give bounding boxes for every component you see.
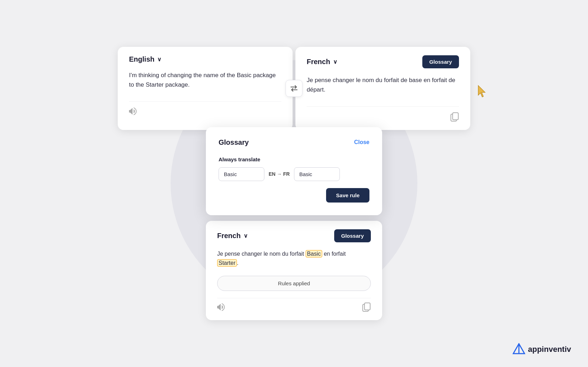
bottom-lang-label: French — [217, 232, 241, 240]
english-card-footer — [129, 101, 281, 115]
highlight-basic: Basic — [306, 250, 322, 257]
bottom-card-footer — [217, 298, 371, 312]
bottom-chevron-icon: ∨ — [244, 232, 248, 239]
english-card: English ∨ I'm thinking of changing the n… — [118, 47, 293, 130]
main-container: English ∨ I'm thinking of changing the n… — [118, 47, 470, 320]
rule-input-from[interactable] — [219, 167, 264, 181]
english-chevron-icon: ∨ — [157, 56, 161, 63]
text-suffix: . — [237, 260, 238, 266]
translate-rule-row: EN → FR — [219, 167, 369, 181]
modal-header: Glossary Close — [219, 138, 369, 147]
rule-arrow-label: EN → FR — [269, 171, 290, 177]
bottom-card-text: Je pense changer le nom du forfait Basic… — [217, 249, 371, 267]
french-card-footer — [307, 106, 459, 122]
english-lang-label: English — [129, 55, 154, 63]
save-rule-button[interactable]: Save rule — [326, 188, 369, 203]
modal-title: Glossary — [219, 138, 249, 147]
always-translate-label: Always translate — [219, 156, 369, 162]
french-card-text: Je pense changer le nom du forfait de ba… — [307, 75, 459, 97]
rules-applied-button[interactable]: Rules applied — [217, 276, 371, 291]
highlight-starter: Starter — [217, 259, 237, 267]
english-card-header: English ∨ — [129, 55, 281, 63]
rule-input-to[interactable] — [294, 167, 340, 181]
english-sound-icon[interactable] — [129, 107, 138, 115]
english-lang-selector[interactable]: English ∨ — [129, 55, 161, 63]
text-prefix: Je pense changer le nom du forfait — [217, 251, 306, 257]
french-chevron-icon: ∨ — [333, 58, 337, 65]
close-button[interactable]: Close — [354, 139, 369, 145]
french-lang-label: French — [307, 58, 330, 66]
bottom-french-card: French ∨ Glossary Je pense changer le no… — [206, 221, 382, 320]
glossary-button-bottom[interactable]: Glossary — [334, 229, 371, 242]
french-lang-selector[interactable]: French ∨ — [307, 58, 337, 66]
appinventiv-logo: appinventiv — [513, 343, 571, 356]
text-middle: en forfait — [322, 251, 346, 257]
svg-marker-0 — [478, 86, 485, 97]
copy-icon-top[interactable] — [451, 112, 459, 122]
glossary-button-top[interactable]: Glossary — [422, 55, 459, 68]
english-card-text: I'm thinking of changing the name of the… — [129, 70, 281, 92]
svg-rect-2 — [453, 113, 458, 120]
top-translation-row: English ∨ I'm thinking of changing the n… — [118, 47, 470, 130]
appinventiv-logo-text: appinventiv — [528, 345, 571, 354]
bottom-lang-selector[interactable]: French ∨ — [217, 232, 248, 240]
bottom-sound-icon[interactable] — [217, 303, 226, 311]
copy-icon-bottom[interactable] — [362, 303, 371, 312]
bottom-card-header: French ∨ Glossary — [217, 229, 371, 242]
glossary-modal: Glossary Close Always translate EN → FR … — [206, 127, 382, 215]
svg-rect-4 — [365, 303, 370, 310]
french-card-header: French ∨ Glossary — [307, 55, 459, 68]
french-card: French ∨ Glossary Je pense changer le no… — [295, 47, 470, 130]
swap-button[interactable] — [286, 80, 302, 97]
